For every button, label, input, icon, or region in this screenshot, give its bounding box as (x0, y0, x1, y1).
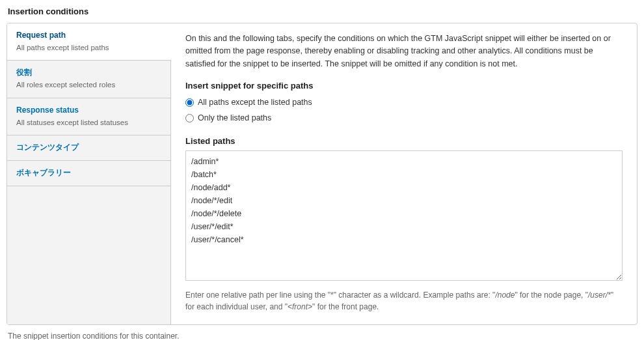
tab-response-status[interactable]: Response status All statuses except list… (7, 98, 170, 135)
tab-summary: All paths except listed paths (16, 42, 162, 53)
section-title: Insertion conditions (8, 7, 637, 16)
tab-vocabulary[interactable]: ボキャブラリー (7, 161, 170, 186)
vertical-tabs: Request path All paths except listed pat… (7, 23, 171, 324)
sidebar-spacer (7, 186, 170, 324)
tab-title: ボキャブラリー (16, 167, 161, 178)
tab-summary: All roles except selected roles (16, 79, 161, 91)
tab-content: On this and the following tabs, specify … (171, 23, 637, 324)
tab-roles[interactable]: 役割 All roles except selected roles (7, 61, 170, 98)
insert-mode-radios: All paths except the listed paths Only t… (185, 95, 623, 126)
tab-summary: All statuses except listed statuses (16, 117, 161, 128)
radio-all-except[interactable]: All paths except the listed paths (185, 95, 623, 110)
listed-paths-label: Listed paths (185, 135, 623, 148)
tabs-panel: Request path All paths except listed pat… (7, 23, 637, 325)
tab-request-path[interactable]: Request path All paths except listed pat… (7, 23, 171, 61)
listed-paths-textarea[interactable] (185, 150, 623, 281)
tab-title: 役割 (16, 67, 161, 78)
radio-only-listed-input[interactable] (185, 114, 194, 122)
radio-only-listed[interactable]: Only the listed paths (185, 111, 623, 126)
tab-title: Request path (16, 30, 162, 41)
footer-description: The snippet insertion conditions for thi… (8, 332, 636, 340)
tab-content-type[interactable]: コンテンツタイプ (7, 135, 170, 161)
radio-label: All paths except the listed paths (198, 96, 312, 109)
radio-all-except-input[interactable] (185, 98, 194, 107)
tab-title: コンテンツタイプ (16, 142, 161, 153)
listed-paths-hint: Enter one relative path per line using t… (185, 289, 623, 313)
tab-title: Response status (16, 105, 161, 116)
radio-group-label: Insert snippet for specific paths (185, 79, 623, 92)
radio-label: Only the listed paths (198, 112, 271, 124)
intro-text: On this and the following tabs, specify … (185, 33, 623, 70)
